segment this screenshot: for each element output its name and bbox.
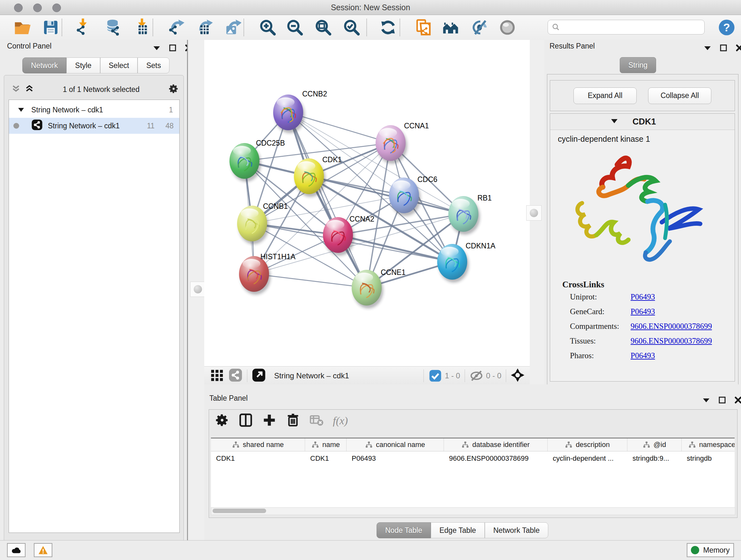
table-cell[interactable]: stringdb <box>682 451 735 465</box>
left-splitter-handle[interactable] <box>190 282 205 297</box>
open-in-browser-icon[interactable] <box>252 368 266 383</box>
column-header-database-identifier[interactable]: database identifier <box>444 438 548 451</box>
network-type-share-icon[interactable] <box>228 368 243 383</box>
table-cell[interactable]: 9606.ENSP00000378699 <box>444 451 548 465</box>
tab-sets[interactable]: Sets <box>138 57 170 73</box>
column-header-shared-name[interactable]: shared name <box>211 438 305 451</box>
crosslink-value-link[interactable]: P06493 <box>630 351 655 360</box>
expand-all-button[interactable]: Expand All <box>574 87 636 104</box>
refresh-icon[interactable] <box>378 17 398 37</box>
import-table-icon[interactable] <box>132 17 151 37</box>
edge-CCNE1-HIST1H1A[interactable] <box>254 274 367 288</box>
collapse-all-networks-icon[interactable] <box>11 84 21 95</box>
node-label-CCNA1: CCNA1 <box>404 122 429 130</box>
crosslink-value-link[interactable]: 9606.ENSP00000378699 <box>630 336 712 346</box>
table-toolbar: f(x) <box>215 413 348 429</box>
expand-all-networks-icon[interactable] <box>24 84 34 95</box>
import-network-icon[interactable] <box>73 17 92 37</box>
node-RB1[interactable] <box>448 196 480 235</box>
tab-network[interactable]: Network <box>22 57 66 73</box>
cloud-button[interactable] <box>7 543 25 557</box>
network-view[interactable]: CCNB2CCNA1CDC25BCDK1CDC6RB1CCNB1CCNA2CDK… <box>204 40 530 366</box>
node-label-CCNB1: CCNB1 <box>263 202 288 210</box>
search-field[interactable] <box>548 20 704 35</box>
birdseye-grid-icon[interactable] <box>210 368 224 383</box>
fit-crosshair-icon[interactable] <box>511 368 525 383</box>
open-session-icon[interactable] <box>12 17 32 37</box>
show-columns-icon[interactable] <box>239 413 253 429</box>
node-CDC25B[interactable] <box>229 143 261 182</box>
table-settings-gear-icon[interactable] <box>215 413 229 429</box>
network-collection-row[interactable]: String Network – cdk1 1 <box>9 102 179 118</box>
gene-section-header[interactable]: CDK1 <box>550 114 735 130</box>
close-panel-icon[interactable] <box>736 44 741 53</box>
column-header-canonical-name[interactable]: canonical name <box>347 438 444 451</box>
delete-column-trash-icon[interactable] <box>286 413 300 429</box>
left-splitter[interactable] <box>187 40 205 540</box>
node-table[interactable]: shared namenamecanonical namedatabase id… <box>211 438 735 507</box>
export-network-icon[interactable] <box>166 17 186 37</box>
scrollbar-thumb[interactable] <box>212 509 266 513</box>
node-CCNA1[interactable] <box>376 125 407 164</box>
tab-string[interactable]: String <box>620 57 656 73</box>
zoom-fit-icon[interactable] <box>313 17 333 37</box>
search-input[interactable] <box>560 23 695 32</box>
table-cell[interactable]: P06493 <box>347 451 444 465</box>
edge-CDK1-RB1[interactable] <box>309 176 463 214</box>
collapse-panel-icon[interactable] <box>703 397 710 404</box>
collapse-panel-icon[interactable] <box>704 45 711 52</box>
crosslink-value-link[interactable]: P06493 <box>630 293 655 301</box>
float-panel-icon[interactable] <box>169 44 176 53</box>
zoom-selected-icon[interactable] <box>342 17 361 37</box>
crosslink-value-link[interactable]: 9606.ENSP00000378699 <box>630 322 712 331</box>
close-panel-icon[interactable] <box>735 396 741 405</box>
help-icon[interactable]: ? <box>717 17 737 37</box>
node-HIST1H1A[interactable] <box>239 256 271 295</box>
save-session-icon[interactable] <box>41 17 61 37</box>
node-CDKN1A[interactable] <box>437 244 469 283</box>
zoom-out-icon[interactable] <box>285 17 305 37</box>
edge-CCNB2-CCNE1[interactable] <box>288 112 367 288</box>
hide-details-icon[interactable] <box>470 17 490 37</box>
export-table-icon[interactable] <box>194 17 214 37</box>
collection-expander-icon[interactable] <box>18 106 24 114</box>
table-cell[interactable]: cyclin-dependent ... <box>548 451 627 465</box>
tab-select[interactable]: Select <box>100 57 138 73</box>
node-CDC6[interactable] <box>389 178 421 216</box>
node-CCNE1[interactable] <box>352 270 383 308</box>
tab-style[interactable]: Style <box>66 57 100 73</box>
show-details-icon[interactable] <box>497 17 517 37</box>
table-cell[interactable]: stringdb:9... <box>627 451 682 465</box>
zoom-in-icon[interactable] <box>258 17 278 37</box>
node-CCNB1[interactable] <box>237 206 269 244</box>
table-cell[interactable]: CDK1 <box>211 451 305 465</box>
export-image-icon[interactable] <box>222 17 242 37</box>
collapse-panel-icon[interactable] <box>153 45 160 52</box>
tab-network-table[interactable]: Network Table <box>485 522 548 538</box>
node-CCNB2[interactable] <box>273 95 305 133</box>
table-row[interactable]: CDK1CDK1P064939606.ENSP00000378699cyclin… <box>211 451 735 465</box>
collapse-all-button[interactable]: Collapse All <box>648 87 711 104</box>
node-CDK1[interactable] <box>294 159 326 197</box>
add-column-plus-icon[interactable] <box>262 413 277 429</box>
float-panel-icon[interactable] <box>720 44 727 53</box>
network-row-selected[interactable]: String Network – cdk1 11 48 <box>9 118 179 134</box>
warnings-button[interactable] <box>34 543 52 557</box>
column-header-namespace[interactable]: namespace <box>682 438 735 451</box>
column-header--id[interactable]: @id <box>627 438 682 451</box>
tab-edge-table[interactable]: Edge Table <box>431 522 485 538</box>
string-home-icon[interactable] <box>441 17 461 37</box>
gene-expander-icon[interactable] <box>611 118 618 125</box>
import-database-icon[interactable] <box>104 17 123 37</box>
column-header-description[interactable]: description <box>548 438 627 451</box>
right-splitter-handle[interactable] <box>526 205 542 221</box>
column-header-name[interactable]: name <box>305 438 347 451</box>
float-panel-icon[interactable] <box>719 396 726 405</box>
crosslink-value-link[interactable]: P06493 <box>630 307 655 316</box>
network-options-gear-icon[interactable] <box>168 83 179 96</box>
share-document-icon[interactable] <box>414 17 433 37</box>
table-cell[interactable]: CDK1 <box>305 451 347 465</box>
memory-button[interactable]: Memory <box>687 543 734 557</box>
table-horizontal-scrollbar[interactable] <box>211 507 735 515</box>
tab-node-table[interactable]: Node Table <box>377 522 431 538</box>
